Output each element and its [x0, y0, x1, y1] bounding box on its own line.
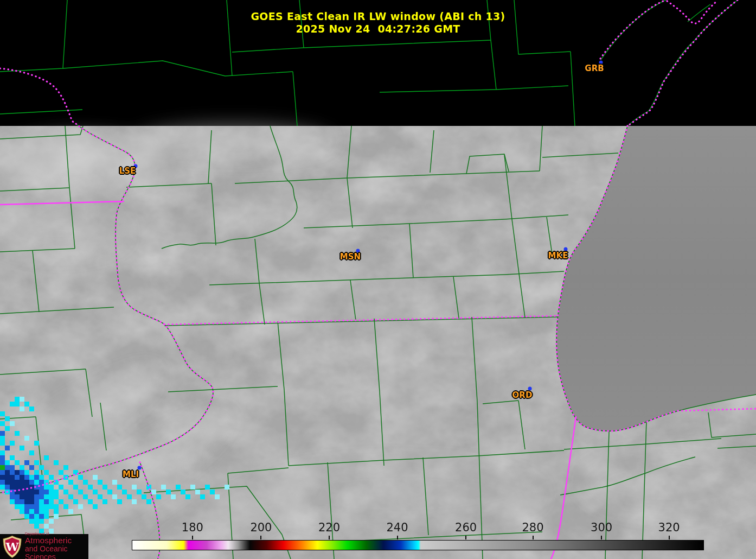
- colorbar-tick-320: [669, 536, 670, 539]
- colorbar-tick-220: [329, 536, 330, 539]
- station-label-MLI: MLI: [123, 469, 139, 479]
- colorbar-tick-label-280: 280: [522, 522, 544, 533]
- colorbar-tick-label-260: 260: [455, 522, 477, 533]
- colorbar-tick-label-240: 240: [386, 522, 408, 533]
- timestamp: 2025 Nov 24 04:27:26 GMT: [0, 23, 756, 35]
- colorbar-tick-label-200: 200: [250, 522, 272, 533]
- colorbar-tick-240: [397, 536, 398, 539]
- station-label-LSE: LSE: [119, 166, 136, 176]
- svg-text:W: W: [5, 539, 20, 553]
- station-label-MKE: MKE: [548, 251, 568, 261]
- colorbar-tick-label-180: 180: [182, 522, 203, 533]
- colorbar-tick-280: [533, 536, 534, 539]
- image-title-block: GOES East Clean IR LW window (ABI ch 13)…: [0, 10, 756, 35]
- colorbar-tick-180: [192, 536, 193, 539]
- temperature-colorbar: [132, 540, 704, 550]
- logo-text: Department of Atmospheric and Oceanic Sc…: [25, 532, 88, 559]
- station-label-MSN: MSN: [340, 252, 361, 262]
- logo-line1: Atmospheric: [25, 536, 88, 545]
- uw-crest-icon: W: [2, 535, 22, 558]
- colorbar-tick-200: [260, 536, 261, 539]
- product-title: GOES East Clean IR LW window (ABI ch 13): [0, 10, 756, 23]
- colorbar-tick-260: [465, 536, 466, 539]
- satellite-imagery: [0, 0, 756, 559]
- colorbar-tick-label-220: 220: [318, 522, 340, 533]
- satellite-image-viewport: GOES East Clean IR LW window (ABI ch 13)…: [0, 0, 756, 559]
- station-label-GRB: GRB: [585, 63, 604, 73]
- logo-line2: and Oceanic Sciences: [25, 545, 88, 559]
- colorbar-tick-label-300: 300: [591, 522, 612, 533]
- colorbar-tick-300: [601, 536, 602, 539]
- uw-aos-logo: W Department of Atmospheric and Oceanic …: [0, 534, 88, 559]
- station-label-ORD: ORD: [512, 390, 533, 400]
- colorbar-tick-label-320: 320: [658, 522, 680, 533]
